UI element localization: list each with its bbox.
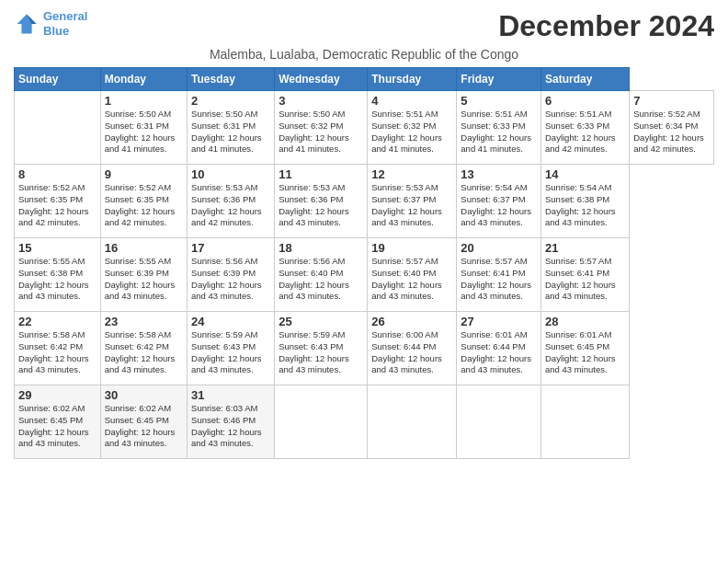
cell-info: Sunrise: 5:58 AMSunset: 6:42 PMDaylight:… [105, 329, 183, 376]
cell-info: Sunrise: 5:55 AMSunset: 6:38 PMDaylight:… [18, 256, 97, 303]
cell-content: 18Sunrise: 5:56 AMSunset: 6:40 PMDayligh… [279, 241, 363, 303]
calendar-cell: 11Sunrise: 5:53 AMSunset: 6:36 PMDayligh… [275, 165, 368, 238]
day-number: 5 [461, 94, 537, 108]
calendar-cell [541, 385, 630, 459]
cell-content: 19Sunrise: 5:57 AMSunset: 6:40 PMDayligh… [371, 241, 452, 303]
cell-info: Sunrise: 5:58 AMSunset: 6:42 PMDaylight:… [18, 329, 97, 376]
day-number: 30 [105, 388, 183, 402]
cell-info: Sunrise: 6:00 AMSunset: 6:44 PMDaylight:… [371, 329, 452, 376]
day-number: 31 [191, 388, 270, 402]
title-section: December 2024 [498, 9, 714, 43]
day-number: 1 [105, 94, 183, 108]
calendar-cell: 12Sunrise: 5:53 AMSunset: 6:37 PMDayligh… [368, 165, 457, 238]
cell-info: Sunrise: 5:51 AMSunset: 6:33 PMDaylight:… [461, 109, 537, 155]
cell-info: Sunrise: 6:02 AMSunset: 6:45 PMDaylight:… [18, 403, 97, 450]
cell-info: Sunrise: 5:51 AMSunset: 6:33 PMDaylight:… [545, 109, 625, 155]
subtitle: Malemba, Lualaba, Democratic Republic of… [14, 47, 714, 62]
week-row-1: 8Sunrise: 5:52 AMSunset: 6:35 PMDaylight… [15, 165, 714, 238]
calendar-cell: 13Sunrise: 5:54 AMSunset: 6:37 PMDayligh… [457, 165, 541, 238]
day-number: 24 [191, 315, 270, 328]
cell-content: 28Sunrise: 6:01 AMSunset: 6:45 PMDayligh… [545, 315, 625, 376]
cell-content: 6Sunrise: 5:51 AMSunset: 6:33 PMDaylight… [545, 94, 625, 155]
logo-icon [14, 11, 40, 37]
cell-content: 20Sunrise: 5:57 AMSunset: 6:41 PMDayligh… [461, 241, 537, 303]
cell-content: 4Sunrise: 5:51 AMSunset: 6:32 PMDaylight… [371, 94, 452, 155]
week-row-2: 15Sunrise: 5:55 AMSunset: 6:38 PMDayligh… [15, 238, 714, 312]
calendar-cell: 23Sunrise: 5:58 AMSunset: 6:42 PMDayligh… [100, 312, 187, 385]
calendar-cell: 7Sunrise: 5:52 AMSunset: 6:34 PMDaylight… [630, 91, 714, 165]
calendar-cell: 1Sunrise: 5:50 AMSunset: 6:31 PMDaylight… [100, 91, 187, 165]
day-number: 29 [18, 388, 97, 402]
header-row: SundayMondayTuesdayWednesdayThursdayFrid… [15, 68, 714, 91]
logo-text: General Blue [43, 9, 87, 38]
cell-content: 25Sunrise: 5:59 AMSunset: 6:43 PMDayligh… [279, 315, 363, 376]
calendar-table: SundayMondayTuesdayWednesdayThursdayFrid… [14, 67, 714, 459]
cell-info: Sunrise: 5:57 AMSunset: 6:40 PMDaylight:… [371, 256, 452, 303]
cell-info: Sunrise: 5:53 AMSunset: 6:37 PMDaylight:… [371, 182, 452, 229]
day-number: 19 [371, 241, 452, 255]
calendar-cell: 14Sunrise: 5:54 AMSunset: 6:38 PMDayligh… [541, 165, 630, 238]
day-number: 11 [279, 167, 363, 181]
col-header-wednesday: Wednesday [275, 68, 368, 91]
day-number: 25 [279, 315, 363, 328]
col-header-tuesday: Tuesday [188, 68, 275, 91]
cell-content: 14Sunrise: 5:54 AMSunset: 6:38 PMDayligh… [545, 167, 625, 229]
cell-info: Sunrise: 5:50 AMSunset: 6:31 PMDaylight:… [105, 109, 183, 155]
cell-content: 29Sunrise: 6:02 AMSunset: 6:45 PMDayligh… [18, 388, 97, 450]
day-number: 13 [461, 167, 537, 181]
cell-content: 17Sunrise: 5:56 AMSunset: 6:39 PMDayligh… [191, 241, 270, 303]
day-number: 22 [18, 315, 97, 328]
cell-info: Sunrise: 6:02 AMSunset: 6:45 PMDaylight:… [105, 403, 183, 450]
day-number: 18 [279, 241, 363, 255]
calendar-cell [368, 385, 457, 459]
calendar-cell: 26Sunrise: 6:00 AMSunset: 6:44 PMDayligh… [368, 312, 457, 385]
cell-content: 8Sunrise: 5:52 AMSunset: 6:35 PMDaylight… [18, 167, 97, 229]
cell-info: Sunrise: 6:03 AMSunset: 6:46 PMDaylight:… [191, 403, 270, 450]
cell-content: 13Sunrise: 5:54 AMSunset: 6:37 PMDayligh… [461, 167, 537, 229]
calendar-cell: 29Sunrise: 6:02 AMSunset: 6:45 PMDayligh… [15, 385, 101, 459]
cell-content: 30Sunrise: 6:02 AMSunset: 6:45 PMDayligh… [105, 388, 183, 450]
calendar-cell: 8Sunrise: 5:52 AMSunset: 6:35 PMDaylight… [15, 165, 101, 238]
cell-content: 5Sunrise: 5:51 AMSunset: 6:33 PMDaylight… [461, 94, 537, 155]
calendar-cell: 2Sunrise: 5:50 AMSunset: 6:31 PMDaylight… [188, 91, 275, 165]
calendar-cell: 19Sunrise: 5:57 AMSunset: 6:40 PMDayligh… [368, 238, 457, 312]
cell-content: 2Sunrise: 5:50 AMSunset: 6:31 PMDaylight… [191, 94, 270, 155]
cell-content: 26Sunrise: 6:00 AMSunset: 6:44 PMDayligh… [371, 315, 452, 376]
logo: General Blue [14, 9, 87, 38]
header: General Blue December 2024 [14, 9, 714, 43]
week-row-0: 1Sunrise: 5:50 AMSunset: 6:31 PMDaylight… [15, 91, 714, 165]
calendar-cell: 16Sunrise: 5:55 AMSunset: 6:39 PMDayligh… [100, 238, 187, 312]
cell-info: Sunrise: 5:54 AMSunset: 6:38 PMDaylight:… [545, 182, 625, 229]
cell-content: 31Sunrise: 6:03 AMSunset: 6:46 PMDayligh… [191, 388, 270, 450]
day-number: 23 [105, 315, 183, 328]
cell-info: Sunrise: 5:55 AMSunset: 6:39 PMDaylight:… [105, 256, 183, 303]
calendar-cell [275, 385, 368, 459]
cell-info: Sunrise: 5:57 AMSunset: 6:41 PMDaylight:… [461, 256, 537, 303]
day-number: 20 [461, 241, 537, 255]
page: General Blue December 2024 Malemba, Lual… [0, 0, 728, 563]
week-row-3: 22Sunrise: 5:58 AMSunset: 6:42 PMDayligh… [15, 312, 714, 385]
cell-content: 27Sunrise: 6:01 AMSunset: 6:44 PMDayligh… [461, 315, 537, 376]
day-number: 4 [371, 94, 452, 108]
week-row-4: 29Sunrise: 6:02 AMSunset: 6:45 PMDayligh… [15, 385, 714, 459]
cell-content: 7Sunrise: 5:52 AMSunset: 6:34 PMDaylight… [633, 94, 710, 155]
cell-info: Sunrise: 5:52 AMSunset: 6:34 PMDaylight:… [633, 109, 710, 155]
calendar-cell [15, 91, 101, 165]
day-number: 8 [18, 167, 97, 181]
calendar-cell [457, 385, 541, 459]
cell-content: 9Sunrise: 5:52 AMSunset: 6:35 PMDaylight… [105, 167, 183, 229]
cell-content: 16Sunrise: 5:55 AMSunset: 6:39 PMDayligh… [105, 241, 183, 303]
main-title: December 2024 [498, 9, 714, 43]
cell-content: 1Sunrise: 5:50 AMSunset: 6:31 PMDaylight… [105, 94, 183, 155]
calendar-cell: 27Sunrise: 6:01 AMSunset: 6:44 PMDayligh… [457, 312, 541, 385]
cell-info: Sunrise: 5:53 AMSunset: 6:36 PMDaylight:… [191, 182, 270, 229]
day-number: 16 [105, 241, 183, 255]
cell-info: Sunrise: 5:59 AMSunset: 6:43 PMDaylight:… [191, 329, 270, 376]
calendar-cell: 18Sunrise: 5:56 AMSunset: 6:40 PMDayligh… [275, 238, 368, 312]
cell-info: Sunrise: 5:56 AMSunset: 6:39 PMDaylight:… [191, 256, 270, 303]
cell-content: 22Sunrise: 5:58 AMSunset: 6:42 PMDayligh… [18, 315, 97, 376]
cell-info: Sunrise: 6:01 AMSunset: 6:45 PMDaylight:… [545, 329, 625, 376]
cell-info: Sunrise: 5:50 AMSunset: 6:31 PMDaylight:… [191, 109, 270, 155]
calendar-cell: 20Sunrise: 5:57 AMSunset: 6:41 PMDayligh… [457, 238, 541, 312]
cell-content: 23Sunrise: 5:58 AMSunset: 6:42 PMDayligh… [105, 315, 183, 376]
